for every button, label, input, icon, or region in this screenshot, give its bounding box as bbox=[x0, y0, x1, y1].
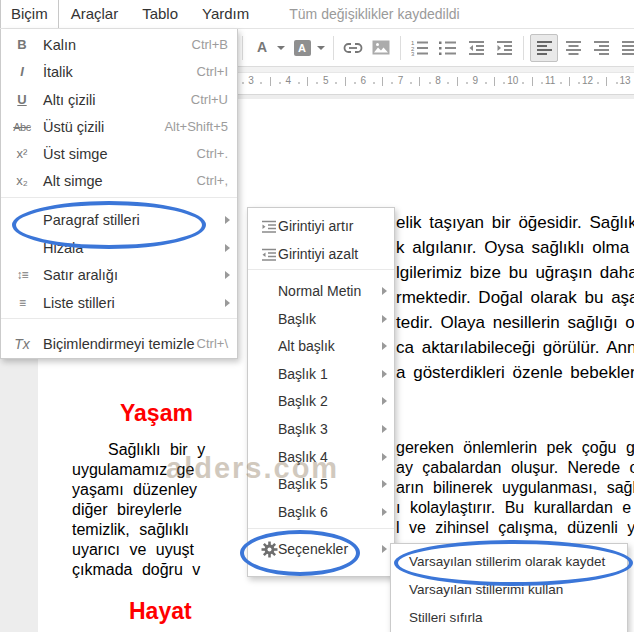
indent-decrease-button[interactable] bbox=[463, 35, 489, 61]
doc-text-line: ay çabalardan oluşur. Nerede olu bbox=[396, 459, 634, 477]
text-color-caret-icon[interactable] bbox=[277, 46, 285, 50]
menu-item-normal-metin[interactable]: Normal Metin bbox=[248, 278, 394, 304]
format-menu: B Kalın Ctrl+B I İtalik Ctrl+I U Altı çi… bbox=[0, 29, 238, 359]
menu-item-alt-simge[interactable]: x₂ Alt simge Ctrl+, bbox=[1, 168, 237, 194]
align-right-button[interactable] bbox=[588, 35, 614, 61]
menu-item-liste-stilleri[interactable]: ≡ Liste stilleri bbox=[1, 290, 237, 316]
doc-text-line: tedir. Olaya nesillerin sağlığı olarak bbox=[396, 313, 634, 333]
underline-icon: U bbox=[9, 87, 35, 113]
highlight-color-button[interactable]: A bbox=[289, 35, 315, 61]
save-status: Tüm değişiklikler kaydedildi bbox=[289, 6, 459, 22]
menubar-item-bicim[interactable]: Biçim bbox=[0, 0, 59, 28]
doc-text-line: elik taşıyan bir öğesidir. Sağlık gene bbox=[396, 213, 634, 233]
link-icon bbox=[342, 41, 364, 55]
annotation-ellipse-secenekler bbox=[240, 530, 360, 576]
menubar: Biçim Araçlar Tablo Yardım Tüm değişikli… bbox=[0, 0, 634, 29]
submenu-arrow-icon bbox=[382, 480, 387, 488]
doc-text-line: a gösterdikleri özenle bebeklerine s bbox=[396, 363, 634, 383]
align-left-button[interactable] bbox=[530, 34, 558, 62]
submenu-arrow-icon bbox=[382, 425, 387, 433]
menu-separator bbox=[1, 197, 237, 198]
doc-text-line: l ve zihinsel çalışma, düzenli yaşa bbox=[396, 519, 634, 537]
align-center-icon bbox=[565, 40, 582, 56]
text-color-icon: A bbox=[257, 42, 267, 53]
superscript-icon: x² bbox=[9, 141, 35, 167]
highlight-color-icon: A bbox=[294, 40, 311, 56]
bulleted-list-button[interactable] bbox=[435, 35, 461, 61]
menu-separator bbox=[1, 318, 237, 319]
doc-text-line: lgilerimiz bize bu uğraşın daha doğ bbox=[396, 263, 634, 283]
svg-text:3: 3 bbox=[411, 51, 415, 56]
menu-item-kalin[interactable]: B Kalın Ctrl+B bbox=[1, 32, 237, 58]
doc-text-line: arın bilinerek uygulanması, sağlığı bbox=[396, 479, 634, 497]
menu-item-satir-araligi[interactable]: ↕≡ Satır aralığı bbox=[1, 262, 237, 288]
strikethrough-icon: Abc bbox=[9, 114, 35, 140]
site-watermark: alders.com bbox=[166, 452, 339, 485]
text-color-button[interactable]: A bbox=[249, 35, 275, 61]
menubar-item-araclar[interactable]: Araçlar bbox=[59, 0, 131, 28]
toolbar-divider bbox=[523, 36, 524, 60]
align-justify-icon bbox=[621, 40, 634, 56]
paragraph-styles-submenu: Girintiyi artır Girintiyi azalt Normal M… bbox=[247, 207, 395, 577]
insert-image-button[interactable] bbox=[368, 35, 394, 61]
indent-increase-button[interactable] bbox=[491, 35, 517, 61]
menu-item-baslik-3[interactable]: Başlık 3 bbox=[248, 416, 394, 442]
indent-decrease-icon bbox=[468, 40, 485, 56]
align-left-icon bbox=[536, 40, 553, 56]
submenu-arrow-icon bbox=[382, 508, 387, 516]
submenu-arrow-icon bbox=[225, 271, 230, 279]
submenu-arrow-icon bbox=[382, 397, 387, 405]
menu-separator bbox=[248, 269, 394, 270]
submenu-arrow-icon bbox=[382, 287, 387, 295]
bold-icon: B bbox=[9, 32, 35, 58]
list-styles-icon: ≡ bbox=[9, 290, 35, 316]
align-right-icon bbox=[593, 40, 610, 56]
menubar-item-tablo[interactable]: Tablo bbox=[130, 0, 190, 28]
numbered-list-icon: 123 bbox=[411, 40, 429, 56]
menu-item-baslik-1[interactable]: Başlık 1 bbox=[248, 361, 394, 387]
menu-item-girintiyi-azalt[interactable]: Girintiyi azalt bbox=[248, 241, 394, 267]
highlight-color-caret-icon[interactable] bbox=[317, 46, 325, 50]
doc-text-line: ca aktarılabileceği görülür. Anne ve bbox=[396, 338, 634, 358]
submenu-arrow-icon bbox=[382, 315, 387, 323]
submenu-arrow-icon bbox=[382, 545, 387, 553]
annotation-ellipse-paragraf-stilleri bbox=[12, 201, 206, 249]
submenu-arrow-icon bbox=[225, 216, 230, 224]
submenu-arrow-icon bbox=[382, 342, 387, 350]
doc-text-line: uyarıcı ve uyuşt bbox=[72, 541, 194, 559]
doc-heading-yasam: Yaşam bbox=[120, 400, 193, 427]
doc-text-line: rmektedir. Doğal olarak bu aşamac bbox=[396, 288, 634, 308]
doc-text-line: k algılanır. Oysa sağlıklı olma uğrund bbox=[396, 238, 634, 258]
menu-item-alti-cizili[interactable]: U Altı çizili Ctrl+U bbox=[1, 87, 237, 113]
menu-item-alt-baslik[interactable]: Alt başlık bbox=[248, 333, 394, 359]
indent-increase-icon bbox=[496, 40, 513, 56]
menu-item-italik[interactable]: I İtalik Ctrl+I bbox=[1, 59, 237, 85]
doc-heading-hayat: Hayat bbox=[129, 598, 192, 625]
italic-icon: I bbox=[9, 59, 35, 85]
toolbar-divider bbox=[242, 36, 243, 60]
doc-text-line: gereken önlemlerin pek çoğu gün bbox=[396, 439, 634, 457]
clear-formatting-icon: Tx bbox=[9, 331, 35, 357]
menu-item-ust-simge[interactable]: x² Üst simge Ctrl+. bbox=[1, 141, 237, 167]
submenu-arrow-icon bbox=[225, 244, 230, 252]
menu-item-stilleri-sifirla[interactable]: Stilleri sıfırla bbox=[391, 604, 627, 632]
align-justify-button[interactable] bbox=[616, 35, 634, 61]
subscript-icon: x₂ bbox=[9, 168, 35, 194]
menu-item-bicimlendirmeyi-temizle[interactable]: Tx Biçimlendirmeyi temizle Ctrl+\ bbox=[1, 331, 237, 357]
numbered-list-button[interactable]: 123 bbox=[407, 35, 433, 61]
menu-item-baslik-2[interactable]: Başlık 2 bbox=[248, 388, 394, 414]
menu-separator bbox=[248, 528, 394, 529]
menu-item-baslik-6[interactable]: Başlık 6 bbox=[248, 499, 394, 525]
menu-item-ustu-cizili[interactable]: Abc Üstü çizili Alt+Shift+5 bbox=[1, 114, 237, 140]
align-center-button[interactable] bbox=[560, 35, 586, 61]
line-spacing-icon: ↕≡ bbox=[9, 262, 35, 288]
annotation-ellipse-varsayilan-kaydet bbox=[394, 540, 633, 586]
menu-item-baslik[interactable]: Başlık bbox=[248, 306, 394, 332]
menu-item-girintiyi-artir[interactable]: Girintiyi artır bbox=[248, 213, 394, 239]
bulleted-list-icon bbox=[439, 40, 457, 56]
doc-text-line: diğer bireylerle bbox=[72, 501, 182, 519]
menubar-item-yardim[interactable]: Yardım bbox=[190, 0, 261, 28]
doc-text-line: ı kolaylaştırır. Bu kurallardan e bbox=[396, 499, 631, 517]
submenu-arrow-icon bbox=[382, 453, 387, 461]
insert-link-button[interactable] bbox=[340, 35, 366, 61]
